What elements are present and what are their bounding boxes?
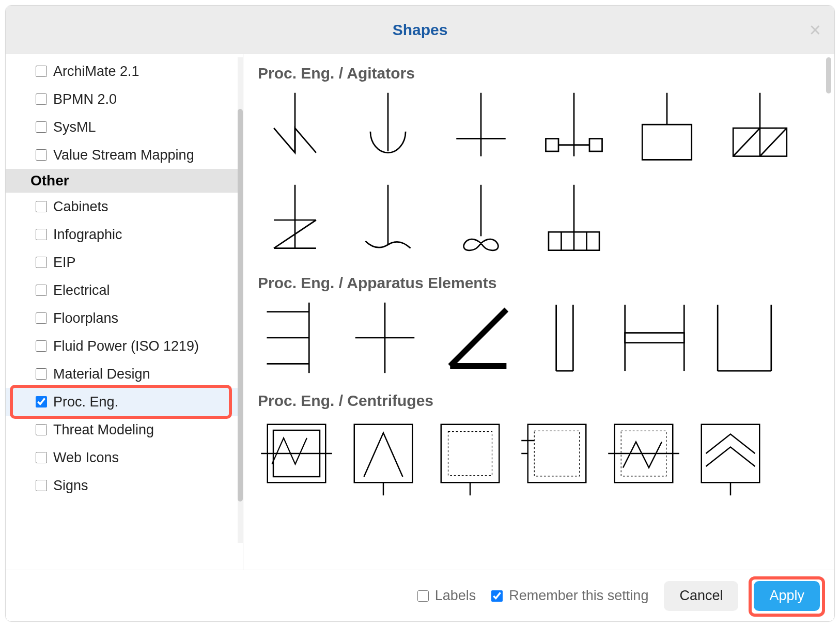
checkbox-signs[interactable] — [36, 480, 47, 491]
dialog-titlebar: Shapes × — [6, 6, 834, 54]
checkbox-electrical[interactable] — [36, 285, 47, 296]
shape-agitator-5[interactable] — [630, 89, 704, 167]
remember-toggle[interactable]: Remember this setting — [491, 588, 648, 604]
sidebar-item-label: Material Design — [53, 366, 150, 382]
sidebar-item-infographic[interactable]: Infographic — [6, 221, 243, 248]
sidebar-item-proc-eng[interactable]: Proc. Eng. — [6, 388, 243, 416]
section-title-centrifuges: Proc. Eng. / Centrifuges — [258, 392, 820, 410]
shape-centrifuge-4[interactable] — [518, 418, 596, 495]
svg-rect-36 — [528, 425, 586, 483]
sidebar-item-bpmn[interactable]: BPMN 2.0 — [6, 85, 243, 113]
shape-grid-agitators — [258, 86, 820, 269]
shape-centrifuge-6[interactable] — [692, 418, 769, 495]
dialog-title: Shapes — [393, 21, 448, 39]
sidebar[interactable]: ArchiMate 2.1 BPMN 2.0 SysML Value Strea… — [6, 54, 243, 570]
sidebar-item-sysml[interactable]: SysML — [6, 113, 243, 141]
shape-agitator-3[interactable] — [444, 89, 518, 167]
sidebar-item-threat-modeling[interactable]: Threat Modeling — [6, 416, 243, 444]
shapes-dialog: Shapes × ArchiMate 2.1 BPMN 2.0 SysML — [5, 5, 835, 622]
close-icon[interactable]: × — [810, 20, 821, 40]
shape-centrifuge-1[interactable] — [258, 418, 335, 495]
checkbox-bpmn[interactable] — [36, 93, 47, 105]
checkbox-material-design[interactable] — [36, 368, 47, 380]
checkbox-eip[interactable] — [36, 257, 47, 268]
sidebar-item-label: Floorplans — [53, 310, 118, 326]
checkbox-proc-eng[interactable] — [36, 396, 47, 407]
shape-apparatus-5[interactable] — [617, 299, 692, 377]
svg-rect-34 — [448, 431, 492, 475]
shape-apparatus-4[interactable] — [527, 299, 602, 377]
sidebar-item-signs[interactable]: Signs — [6, 472, 243, 499]
checkbox-fluid-power[interactable] — [36, 340, 47, 352]
checkbox-vsm[interactable] — [36, 149, 47, 161]
shape-agitator-8[interactable] — [351, 181, 425, 259]
sidebar-item-archimate[interactable]: ArchiMate 2.1 — [6, 57, 243, 85]
svg-rect-37 — [534, 431, 580, 476]
dialog-body: ArchiMate 2.1 BPMN 2.0 SysML Value Strea… — [6, 54, 834, 570]
svg-line-6 — [733, 128, 760, 156]
shape-agitator-9[interactable] — [444, 181, 518, 259]
shape-agitator-1[interactable] — [258, 89, 332, 167]
shape-apparatus-6[interactable] — [707, 299, 782, 377]
sidebar-item-vsm[interactable]: Value Stream Mapping — [6, 141, 243, 169]
svg-rect-43 — [702, 425, 760, 483]
sidebar-item-label: Fluid Power (ISO 1219) — [53, 338, 199, 354]
sidebar-item-web-icons[interactable]: Web Icons — [6, 444, 243, 472]
content-scrollbar-thumb[interactable] — [826, 57, 831, 93]
sidebar-item-label: Value Stream Mapping — [53, 147, 194, 163]
checkbox-labels[interactable] — [417, 590, 429, 602]
sidebar-section-other: Other — [6, 169, 243, 193]
sidebar-item-label: Proc. Eng. — [53, 394, 118, 410]
shape-centrifuge-3[interactable] — [431, 418, 509, 495]
sidebar-item-label: Electrical — [53, 283, 110, 299]
shape-grid-apparatus — [258, 296, 820, 387]
shape-agitator-2[interactable] — [351, 89, 425, 167]
labels-toggle[interactable]: Labels — [417, 588, 476, 604]
shape-agitator-7[interactable] — [258, 181, 332, 259]
sidebar-item-label: BPMN 2.0 — [53, 91, 117, 107]
sidebar-item-material-design[interactable]: Material Design — [6, 360, 243, 388]
shape-agitator-4[interactable] — [537, 89, 611, 167]
shape-agitator-6[interactable] — [723, 89, 797, 167]
sidebar-item-label: Signs — [53, 478, 88, 494]
sidebar-item-cabinets[interactable]: Cabinets — [6, 193, 243, 221]
sidebar-item-eip[interactable]: EIP — [6, 248, 243, 276]
section-title-agitators: Proc. Eng. / Agitators — [258, 65, 820, 82]
labels-toggle-label: Labels — [435, 588, 476, 604]
shape-apparatus-1[interactable] — [258, 299, 332, 377]
svg-rect-1 — [546, 138, 558, 151]
sidebar-item-floorplans[interactable]: Floorplans — [6, 304, 243, 332]
checkbox-remember[interactable] — [491, 590, 503, 602]
apply-button[interactable]: Apply — [754, 581, 820, 611]
shape-centrifuge-2[interactable] — [345, 418, 422, 495]
cancel-button[interactable]: Cancel — [664, 581, 738, 611]
checkbox-infographic[interactable] — [36, 229, 47, 240]
svg-line-7 — [760, 128, 787, 156]
sidebar-item-electrical[interactable]: Electrical — [6, 276, 243, 304]
sidebar-scrollbar-thumb[interactable] — [238, 109, 243, 501]
dialog-footer: Labels Remember this setting Cancel Appl… — [6, 570, 834, 621]
sidebar-item-label: Web Icons — [53, 450, 119, 466]
sidebar-item-label: Infographic — [53, 227, 122, 243]
svg-rect-24 — [625, 333, 685, 342]
shape-agitator-10[interactable] — [537, 181, 611, 259]
checkbox-archimate[interactable] — [36, 66, 47, 77]
section-title-apparatus: Proc. Eng. / Apparatus Elements — [258, 274, 820, 292]
checkbox-threat-modeling[interactable] — [36, 424, 47, 435]
checkbox-web-icons[interactable] — [36, 452, 47, 463]
checkbox-cabinets[interactable] — [36, 201, 47, 212]
sidebar-item-label: Cabinets — [53, 199, 108, 215]
shape-apparatus-3[interactable] — [438, 299, 512, 377]
sidebar-item-fluid-power[interactable]: Fluid Power (ISO 1219) — [6, 332, 243, 360]
svg-rect-33 — [441, 425, 500, 483]
shape-grid-centrifuges — [258, 414, 820, 504]
shape-centrifuge-5[interactable] — [605, 418, 682, 495]
remember-toggle-label: Remember this setting — [509, 588, 648, 604]
sidebar-item-label: EIP — [53, 255, 76, 271]
checkbox-floorplans[interactable] — [36, 312, 47, 324]
sidebar-item-label: Threat Modeling — [53, 422, 154, 438]
shape-apparatus-2[interactable] — [348, 299, 422, 377]
shape-preview-panel[interactable]: Proc. Eng. / Agitators Proc. Eng. / Appa… — [243, 54, 834, 570]
checkbox-sysml[interactable] — [36, 121, 47, 133]
svg-rect-3 — [589, 138, 602, 151]
